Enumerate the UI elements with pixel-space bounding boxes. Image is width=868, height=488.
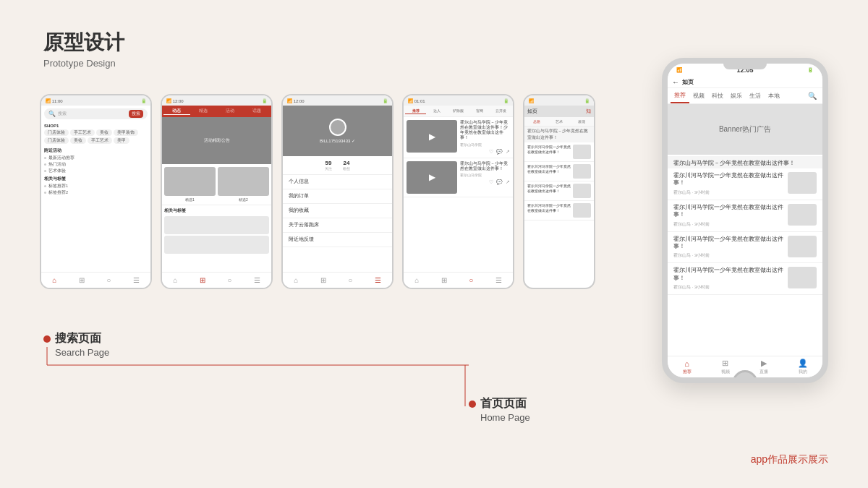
app-showcase-text: app作品展示展示 [751, 453, 828, 465]
power-button[interactable] [827, 121, 828, 150]
profile-nav-icon[interactable]: ☰ [254, 276, 260, 284]
profile-nav-icon[interactable]: ☰ [133, 276, 140, 284]
tab-service[interactable]: 铲除服 [448, 108, 469, 114]
phone5-tabs: 总路 艺术 发现 [524, 117, 594, 127]
phones-container: 📶 11:00 🔋 🔍 搜索 搜索 SHOP1 门店体验 手工艺术 美妆 美甲装… [40, 94, 595, 289]
nav-home[interactable]: ⌂ 推荐 [683, 359, 692, 375]
phone-search: 📶 11:00 🔋 🔍 搜索 搜索 SHOP1 门店体验 手工艺术 美妆 美甲装… [40, 94, 152, 289]
profile-nav-icon[interactable]: ☰ [375, 276, 381, 284]
circle-nav-icon[interactable]: ○ [348, 276, 352, 284]
profile-nav-icon[interactable]: ☰ [495, 276, 502, 284]
like-icon[interactable]: ♡ [489, 149, 493, 155]
nav-play[interactable]: ▶ 直播 [760, 359, 768, 375]
search-label: 搜索页面 Search Page [43, 331, 109, 358]
tab-feed[interactable]: 动态 [163, 108, 190, 115]
video-item: ▶ 霍尔山与马学院－少年竟然在教室做出这件事！少年竟然在教室做出这件事！ 霍尔山… [404, 117, 513, 158]
stat-followers: 24 粉丝 [343, 160, 350, 171]
grid-nav-icon[interactable]: ⊞ [441, 276, 447, 284]
home-label-cn: 首页页面 [480, 396, 527, 411]
volume-down-button[interactable] [662, 130, 663, 148]
menu-item-profile[interactable]: 个人信息 [283, 175, 392, 189]
news-item: 霍尔川河马学院一少年竟然在教室做出这件事！ 霍尔山马 · 3小时前 [668, 200, 822, 232]
phone4-statusbar: 📶 01:01 🔋 [404, 95, 513, 106]
home-label: 首页页面 Home Page [469, 396, 530, 423]
phone1-tags: SHOP1 门店体验 手工艺术 美妆 美甲装饰 门店体验 美妆 手工艺术 美甲 [44, 124, 148, 144]
tab-talent[interactable]: 达人 [426, 108, 447, 114]
home-nav-icon[interactable]: ⌂ [173, 276, 177, 284]
phone-large-screen: 📶 12:05 🔋 ← 如页 推荐 视频 科技 娱乐 生活 本地 🔍 Banne… [668, 64, 822, 377]
menu-item-favorites[interactable]: 我的收藏 [283, 204, 392, 218]
page-title-cn: 原型设计 [43, 29, 124, 56]
menu-item-feedback[interactable]: 附近地反馈 [283, 233, 392, 247]
play-icon: ▶ [429, 172, 435, 182]
tab-official[interactable]: 官网 [469, 108, 490, 114]
video-thumbnail[interactable]: ▶ [407, 161, 457, 194]
tab-activity[interactable]: 活动 [217, 108, 244, 115]
phone3-stats: 59 关注 24 粉丝 [283, 156, 392, 175]
tab-topic[interactable]: 话题 [243, 108, 270, 115]
list-item: 标签推荐2 [44, 190, 148, 195]
tab-entertainment[interactable]: 娱乐 [727, 89, 746, 103]
phone1-statusbar: 📶 11:00 🔋 [41, 95, 150, 106]
phone2-navbar: ⌂ ⊞ ○ ☰ [162, 272, 271, 288]
tab-local[interactable]: 本地 [765, 89, 783, 103]
grid-nav-icon[interactable]: ⊞ [200, 276, 205, 284]
phone3-statusbar: 📶 12:00 🔋 [283, 95, 392, 106]
tab-recommend[interactable]: 推荐 [405, 108, 426, 114]
share-icon[interactable]: ↗ [506, 149, 510, 155]
comment-icon[interactable]: 💬 [496, 149, 503, 155]
menu-item-about[interactable]: 关于云落跑床 [283, 218, 392, 233]
menu-item-orders[interactable]: 我的订单 [283, 189, 392, 204]
back-icon[interactable]: ← [672, 78, 679, 86]
section-title: 霍尔山与马学院－少年竟然在教室做出这件事！ [524, 127, 594, 142]
grid-item: 精选2 [218, 167, 269, 202]
phone1-navbar: ⌂ ⊞ ○ ☰ [41, 272, 150, 288]
list-item: 热门活动 [44, 162, 148, 167]
tab-featured[interactable]: 精选 [190, 108, 217, 115]
page-title-en: Prototype Design [43, 58, 124, 69]
video-thumbnail[interactable]: ▶ [407, 120, 457, 153]
section-title: 霍尔山与马学院－少年竟然在教室做出这件事！ [668, 156, 822, 168]
home-nav-icon[interactable]: ⌂ [294, 276, 298, 284]
tab-video[interactable]: 视频 [689, 89, 708, 103]
phone1-tag-row1: 门店体验 手工艺术 美妆 美甲装饰 [44, 129, 148, 136]
news-thumbnail [788, 267, 817, 288]
list-item: 艺术体验 [44, 168, 148, 174]
phone3-navbar: ⌂ ⊞ ○ ☰ [283, 272, 392, 288]
like-icon[interactable]: ♡ [489, 179, 493, 185]
phone-feed: 📶 12:00 🔋 动态 精选 活动 话题 活动精彩公告 精选1 精选2 相关与… [161, 94, 273, 289]
circle-nav-icon[interactable]: ○ [469, 276, 473, 284]
tab-life[interactable]: 生活 [746, 89, 765, 103]
tab-dev[interactable]: 云开发 [490, 108, 511, 114]
user-nav-icon[interactable]: ○ [106, 276, 111, 284]
tab-tech[interactable]: 科技 [708, 89, 727, 103]
grid-nav-icon[interactable]: ⊞ [320, 276, 326, 284]
phone-video: 📶 01:01 🔋 推荐 达人 铲除服 官网 云开发 ▶ 霍尔山与马学院－少年竟… [402, 94, 514, 289]
news-item: 霍尔川河马学院一少年竟然在教室做出这件事！ [524, 142, 594, 162]
search-icon: 🔍 [48, 111, 56, 117]
phone1-search-bar[interactable]: 🔍 搜索 搜索 [44, 108, 148, 119]
header: 原型设计 Prototype Design [43, 29, 124, 69]
list-item [164, 216, 269, 234]
search-icon[interactable]: 🔍 [805, 89, 820, 103]
grid-item: 精选1 [164, 167, 216, 202]
phone5-statusbar: 📶 🔋 [524, 95, 594, 106]
home-nav-icon[interactable]: ⌂ [52, 276, 56, 284]
comment-icon[interactable]: 💬 [496, 179, 503, 185]
tab-recommend[interactable]: 推荐 [671, 88, 689, 103]
play-icon: ▶ [761, 359, 767, 368]
circle-nav-icon[interactable]: ○ [227, 276, 231, 284]
share-icon[interactable]: ↗ [506, 179, 510, 185]
grid-nav-icon[interactable]: ⊞ [79, 276, 85, 284]
home-nav-icon[interactable]: ⌂ [414, 276, 419, 284]
nav-profile[interactable]: 👤 我的 [798, 359, 808, 375]
search-dot [43, 335, 51, 343]
phone-large-tabs: 推荐 视频 科技 娱乐 生活 本地 🔍 [668, 88, 822, 104]
news-thumbnail [788, 204, 817, 226]
phone2-statusbar: 📶 12:00 🔋 [162, 95, 271, 106]
nav-grid[interactable]: ⊞ 视频 [721, 359, 730, 375]
volume-up-button[interactable] [662, 107, 663, 125]
news-item: 霍尔川河马学院一少年竟然在教室做出这件事！ [524, 162, 594, 181]
list-item: 最新活动推荐 [44, 155, 148, 160]
search-label-en: Search Page [55, 347, 109, 358]
